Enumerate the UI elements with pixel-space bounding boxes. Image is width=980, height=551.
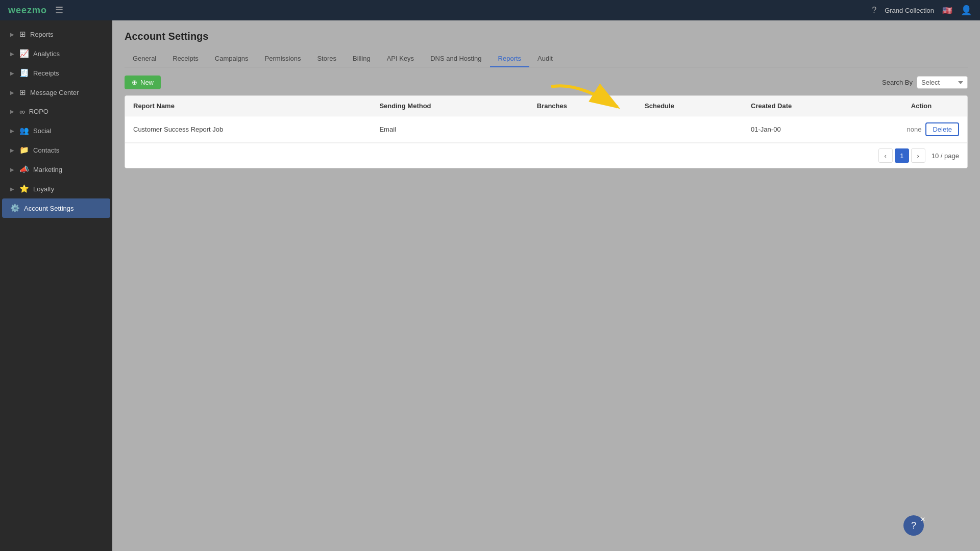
sidebar-item-label: Analytics bbox=[33, 50, 60, 58]
cell-report-name: Customer Success Report Job bbox=[125, 116, 371, 143]
search-by-label: Search By bbox=[882, 79, 913, 86]
sidebar-item-label: Loyalty bbox=[33, 185, 54, 193]
expand-arrow: ▶ bbox=[10, 167, 14, 172]
toolbar: ⊕ New Search By Select bbox=[125, 76, 968, 89]
contacts-icon: 📁 bbox=[19, 145, 29, 155]
expand-arrow: ▶ bbox=[10, 147, 14, 153]
help-icon[interactable]: ? bbox=[872, 6, 876, 15]
expand-arrow: ▶ bbox=[10, 109, 14, 114]
sidebar-item-contacts[interactable]: ▶ 📁 Contacts bbox=[2, 140, 110, 160]
receipts-icon: 🧾 bbox=[19, 68, 29, 78]
col-report-name: Report Name bbox=[125, 96, 371, 116]
tab-permissions[interactable]: Permissions bbox=[257, 51, 309, 67]
sidebar-item-social[interactable]: ▶ 👥 Social bbox=[2, 121, 110, 140]
sidebar-item-label: Social bbox=[33, 127, 51, 135]
tab-reports[interactable]: Reports bbox=[490, 51, 530, 67]
cell-sending-method: Email bbox=[371, 116, 528, 143]
sidebar-item-label: ROPO bbox=[29, 108, 48, 115]
loyalty-icon: ⭐ bbox=[19, 184, 29, 193]
sidebar-item-receipts[interactable]: ▶ 🧾 Receipts bbox=[2, 63, 110, 83]
logo: weezmo bbox=[8, 5, 47, 16]
sidebar-item-message-center[interactable]: ▶ ⊞ Message Center bbox=[2, 83, 110, 102]
hamburger-icon[interactable]: ☰ bbox=[55, 5, 63, 16]
per-page-selector[interactable]: 10 / page bbox=[932, 152, 959, 160]
delete-button[interactable]: Delete bbox=[925, 122, 959, 136]
org-name: Grand Collection bbox=[885, 7, 934, 14]
page-title: Account Settings bbox=[125, 31, 968, 42]
sidebar-item-marketing[interactable]: ▶ 📣 Marketing bbox=[2, 160, 110, 179]
search-select[interactable]: Select bbox=[917, 76, 968, 89]
sidebar-item-analytics[interactable]: ▶ 📈 Analytics bbox=[2, 44, 110, 63]
expand-arrow: ▶ bbox=[10, 90, 14, 95]
main-content: Account Settings General Receipts Campai… bbox=[112, 20, 980, 551]
topnav-right: ? Grand Collection 🇺🇸 👤 bbox=[872, 5, 972, 16]
sidebar: ▶ ⊞ Reports ▶ 📈 Analytics ▶ 🧾 Receipts ▶… bbox=[0, 20, 112, 551]
expand-arrow: ▶ bbox=[10, 128, 14, 134]
col-schedule: Schedule bbox=[636, 96, 743, 116]
sidebar-item-loyalty[interactable]: ▶ ⭐ Loyalty bbox=[2, 179, 110, 198]
tab-receipts[interactable]: Receipts bbox=[164, 51, 207, 67]
topnav: weezmo ☰ ? Grand Collection 🇺🇸 👤 bbox=[0, 0, 980, 20]
action-cell: none Delete bbox=[884, 122, 959, 136]
col-action: Action bbox=[875, 96, 967, 116]
help-fab-icon: ? bbox=[911, 520, 916, 531]
tab-dns-hosting[interactable]: DNS and Hosting bbox=[422, 51, 489, 67]
table-header: Report Name Sending Method Branches Sche… bbox=[125, 96, 967, 116]
cell-branches bbox=[529, 116, 636, 143]
sidebar-item-label: Marketing bbox=[33, 166, 62, 173]
sidebar-item-ropo[interactable]: ▶ ∞ ROPO bbox=[2, 102, 110, 121]
sidebar-item-account-settings[interactable]: ⚙️ Account Settings bbox=[2, 198, 110, 218]
prev-page-button[interactable]: ‹ bbox=[878, 148, 893, 163]
new-button[interactable]: ⊕ New bbox=[125, 76, 161, 89]
sidebar-item-label: Receipts bbox=[33, 69, 59, 77]
action-none-text: none bbox=[907, 126, 922, 133]
social-icon: 👥 bbox=[19, 126, 29, 135]
tab-campaigns[interactable]: Campaigns bbox=[207, 51, 257, 67]
search-by-container: Search By Select bbox=[882, 76, 968, 89]
reports-table: Report Name Sending Method Branches Sche… bbox=[125, 95, 968, 168]
sidebar-item-label: Account Settings bbox=[24, 205, 74, 212]
tabs: General Receipts Campaigns Permissions S… bbox=[125, 51, 968, 67]
tab-stores[interactable]: Stores bbox=[309, 51, 345, 67]
expand-arrow: ▶ bbox=[10, 70, 14, 76]
analytics-icon: 📈 bbox=[19, 49, 29, 58]
cell-action: none Delete bbox=[875, 116, 967, 143]
page-1-button[interactable]: 1 bbox=[895, 148, 909, 163]
cell-created-date: 01-Jan-00 bbox=[743, 116, 875, 143]
flag-icon: 🇺🇸 bbox=[942, 6, 952, 15]
table-body: Customer Success Report Job Email 01-Jan… bbox=[125, 116, 967, 143]
col-branches: Branches bbox=[529, 96, 636, 116]
expand-arrow: ▶ bbox=[10, 51, 14, 57]
cell-schedule bbox=[636, 116, 743, 143]
tab-audit[interactable]: Audit bbox=[529, 51, 561, 67]
col-sending-method: Sending Method bbox=[371, 96, 528, 116]
table-row: Customer Success Report Job Email 01-Jan… bbox=[125, 116, 967, 143]
plus-icon: ⊕ bbox=[132, 79, 137, 86]
tab-billing[interactable]: Billing bbox=[345, 51, 379, 67]
tab-api-keys[interactable]: API Keys bbox=[379, 51, 422, 67]
user-icon[interactable]: 👤 bbox=[961, 5, 972, 16]
message-center-icon: ⊞ bbox=[19, 88, 26, 97]
account-settings-icon: ⚙️ bbox=[10, 204, 20, 213]
help-fab-close-button[interactable]: ✕ bbox=[920, 516, 925, 523]
table: Report Name Sending Method Branches Sche… bbox=[125, 96, 967, 143]
sidebar-item-label: Reports bbox=[30, 31, 54, 38]
ropo-icon: ∞ bbox=[19, 107, 25, 116]
layout: ▶ ⊞ Reports ▶ 📈 Analytics ▶ 🧾 Receipts ▶… bbox=[0, 20, 980, 551]
expand-arrow: ▶ bbox=[10, 32, 14, 37]
sidebar-item-label: Contacts bbox=[33, 146, 59, 154]
sidebar-item-label: Message Center bbox=[30, 89, 79, 96]
col-created-date: Created Date bbox=[743, 96, 875, 116]
tab-general[interactable]: General bbox=[125, 51, 164, 67]
expand-arrow: ▶ bbox=[10, 186, 14, 192]
reports-icon: ⊞ bbox=[19, 30, 26, 39]
next-page-button[interactable]: › bbox=[911, 148, 925, 163]
marketing-icon: 📣 bbox=[19, 165, 29, 174]
pagination: ‹ 1 › 10 / page bbox=[125, 143, 967, 168]
sidebar-item-reports[interactable]: ▶ ⊞ Reports bbox=[2, 24, 110, 44]
